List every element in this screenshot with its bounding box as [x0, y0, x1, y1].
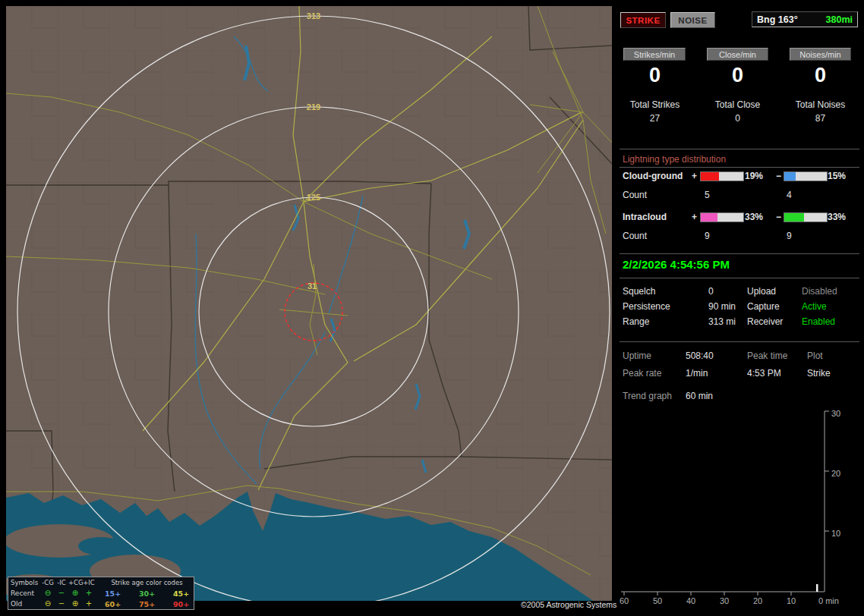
total-noises-value: 87	[790, 113, 851, 124]
total-noises-label: Total Noises	[790, 99, 851, 110]
noises-per-min-value: 0	[790, 64, 851, 87]
trend-graph: 30 20 10 60 50 40 30 20 10 0 min	[616, 405, 864, 616]
bearing-label: Bng 163°	[757, 14, 798, 25]
capture-label: Capture	[747, 301, 780, 312]
ring-label-313: 313	[307, 11, 320, 20]
noises-per-min-label: Noises/min	[790, 48, 851, 61]
cloud-ground-plus-bar	[700, 171, 744, 181]
y-tick-30: 30	[831, 409, 840, 418]
intracloud-minus-pct: 33%	[828, 212, 846, 222]
upload-label: Upload	[747, 286, 776, 297]
bearing-readout: Bng 163° 380mi	[752, 11, 858, 27]
minus-sign: −	[776, 212, 781, 222]
plot-value: Strike	[807, 368, 831, 379]
trend-graph-label: Trend graph	[623, 391, 672, 401]
legend-col-pos-cg: +CG	[68, 579, 82, 586]
pos-ic-recent-icon: +	[82, 589, 96, 597]
receiver-label: Receiver	[747, 316, 783, 327]
legend-symbols-header: Symbols	[11, 579, 41, 586]
intracloud-minus-bar	[784, 212, 828, 222]
map-canvas: 313 219 125 31	[6, 6, 612, 601]
legend-col-neg-ic: -IC	[55, 579, 68, 586]
uptime-value: 508:40	[686, 350, 714, 361]
ring-label-31: 31	[307, 281, 317, 291]
count-label: Count	[623, 190, 647, 200]
trend-axis-labels: 30 20 10 60 50 40 30 20 10 0 min	[620, 409, 840, 605]
separator	[620, 341, 859, 342]
strike-button[interactable]: STRIKE	[620, 12, 666, 28]
count-label: Count	[623, 231, 647, 241]
intracloud-label: Intracloud	[623, 212, 667, 222]
cloud-ground-plus-pct: 19%	[745, 171, 763, 181]
age-75: 75+	[130, 600, 164, 608]
strikes-per-min-label: Strikes/min	[623, 48, 686, 61]
cloud-ground-minus-bar	[784, 171, 828, 181]
total-strikes-label: Total Strikes	[624, 99, 686, 110]
intracloud-plus-bar	[700, 212, 744, 222]
app-window: 313 219 125 31 Symbols -CG -IC +CG +IC S…	[0, 0, 864, 616]
age-30: 30+	[130, 589, 164, 598]
pos-cg-old-icon: ⊕	[68, 600, 82, 608]
squelch-value: 0	[708, 286, 714, 297]
separator	[620, 149, 859, 149]
intracloud-plus-pct: 33%	[745, 212, 763, 222]
separator	[620, 278, 859, 278]
plus-sign: +	[692, 212, 697, 222]
lake-pontchartrain	[78, 537, 124, 555]
cloud-ground-minus-count: 4	[787, 190, 792, 200]
plus-sign: +	[692, 171, 697, 181]
cloud-ground-plus-count: 5	[705, 190, 710, 200]
total-close-label: Total Close	[707, 99, 768, 110]
x-tick-0-min: 0 min	[818, 596, 839, 605]
separator	[620, 253, 859, 254]
receiver-status: Enabled	[802, 316, 835, 327]
squelch-label: Squelch	[623, 286, 655, 297]
peak-rate-label: Peak rate	[623, 368, 661, 379]
neg-ic-old-icon: −	[55, 600, 68, 608]
legend-col-pos-ic: +IC	[82, 579, 96, 586]
copyright: ©2005 Astrogenic Systems	[521, 600, 616, 609]
uptime-label: Uptime	[623, 350, 651, 361]
ring-label-125: 125	[307, 193, 320, 202]
total-strikes-value: 27	[624, 113, 686, 124]
x-tick-60: 60	[620, 596, 629, 605]
y-tick-20: 20	[831, 469, 840, 478]
legend-age-header: Strike age color codes	[96, 579, 198, 586]
y-tick-10: 10	[831, 529, 840, 538]
peak-time-value: 4:53 PM	[747, 368, 781, 379]
strike-rate-spike	[816, 584, 818, 592]
persistence-label: Persistence	[623, 301, 670, 312]
legend-recent-label: Recent	[11, 589, 41, 597]
range-label: Range	[623, 316, 649, 327]
upload-status: Disabled	[802, 286, 837, 297]
plot-label: Plot	[807, 350, 823, 361]
trend-graph-value: 60 min	[686, 391, 713, 401]
close-per-min-label: Close/min	[707, 48, 768, 61]
x-tick-30: 30	[720, 596, 729, 605]
peak-rate-value: 1/min	[686, 368, 708, 379]
persistence-value: 90 min	[708, 301, 736, 312]
distribution-title: Lightning type distribution	[623, 154, 726, 165]
x-tick-50: 50	[653, 596, 662, 605]
age-60: 60+	[96, 600, 130, 608]
peak-time-label: Peak time	[747, 350, 787, 361]
neg-cg-recent-icon: ⊖	[41, 589, 55, 597]
age-45: 45+	[164, 589, 198, 598]
noise-button[interactable]: NOISE	[670, 12, 715, 28]
legend-old-label: Old	[11, 600, 41, 608]
range-value: 313 mi	[708, 316, 736, 327]
ring-label-219: 219	[307, 102, 320, 112]
lightning-map[interactable]: 313 219 125 31	[6, 6, 612, 601]
pos-cg-recent-icon: ⊕	[68, 589, 82, 597]
age-90: 90+	[164, 600, 198, 608]
neg-cg-old-icon: ⊖	[41, 600, 55, 608]
total-close-value: 0	[707, 113, 768, 124]
map-legend: Symbols -CG -IC +CG +IC Strike age color…	[8, 577, 194, 610]
capture-status: Active	[802, 301, 827, 312]
intracloud-minus-count: 9	[787, 231, 792, 241]
legend-col-neg-cg: -CG	[41, 579, 55, 586]
separator	[620, 167, 859, 168]
datetime-readout: 2/2/2026 4:54:56 PM	[623, 258, 730, 271]
bearing-range-value: 380mi	[826, 14, 853, 25]
minus-sign: −	[776, 171, 781, 181]
